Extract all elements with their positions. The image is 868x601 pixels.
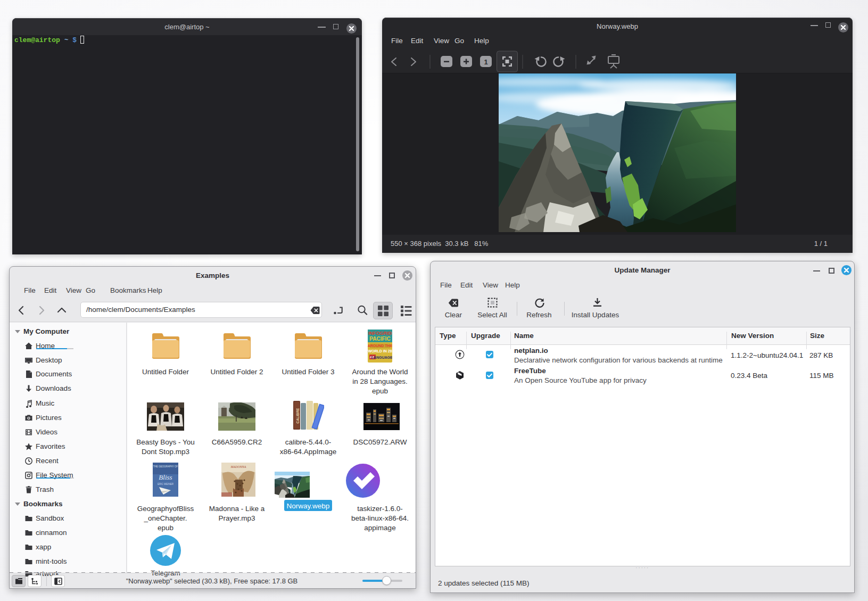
svg-text:MADONNA: MADONNA — [230, 465, 246, 468]
svg-text:AROUND THE: AROUND THE — [368, 344, 392, 348]
svg-text:PACIFIC: PACIFIC — [369, 336, 390, 342]
svg-text:1: 1 — [484, 58, 487, 66]
svg-text:Bliss: Bliss — [159, 473, 172, 481]
svg-text:THE GEOGRAPHY OF: THE GEOGRAPHY OF — [153, 465, 178, 468]
svg-text:WORLD IN 28: WORLD IN 28 — [368, 349, 392, 353]
svg-text:ERIC WEINER: ERIC WEINER — [158, 483, 174, 485]
svg-text:CALIBRE: CALIBRE — [296, 408, 300, 424]
svg-text:INFOGRID: INFOGRID — [368, 331, 392, 336]
svg-text:LANGUAGES: LANGUAGES — [371, 356, 392, 359]
